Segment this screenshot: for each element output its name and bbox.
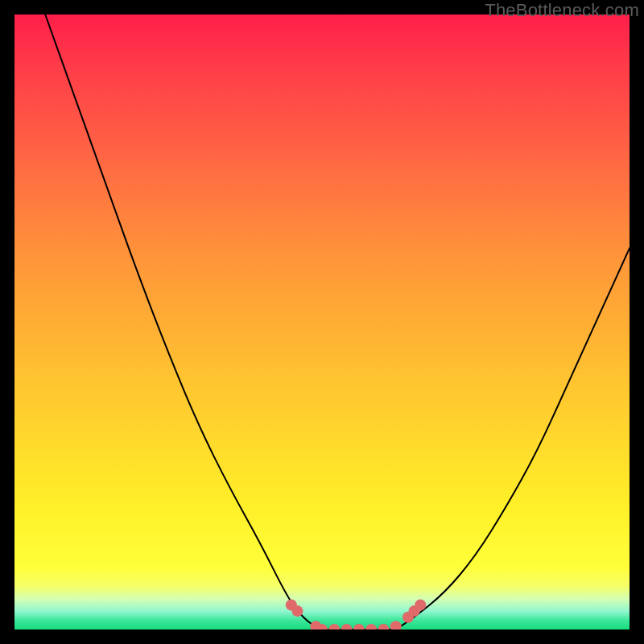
- curve-marker: [390, 621, 402, 630]
- curve-layer: [14, 14, 630, 630]
- outer-frame: TheBottleneck.com: [0, 0, 644, 644]
- bottleneck-curve: [45, 14, 630, 630]
- curve-marker: [328, 624, 340, 630]
- curve-marker: [378, 624, 389, 630]
- curve-marker: [341, 624, 353, 630]
- curve-marker: [291, 605, 303, 617]
- watermark-text: TheBottleneck.com: [485, 0, 639, 21]
- plot-area: [14, 14, 630, 630]
- curve-marker: [365, 624, 377, 630]
- curve-marker: [415, 599, 426, 610]
- curve-marker: [353, 624, 365, 630]
